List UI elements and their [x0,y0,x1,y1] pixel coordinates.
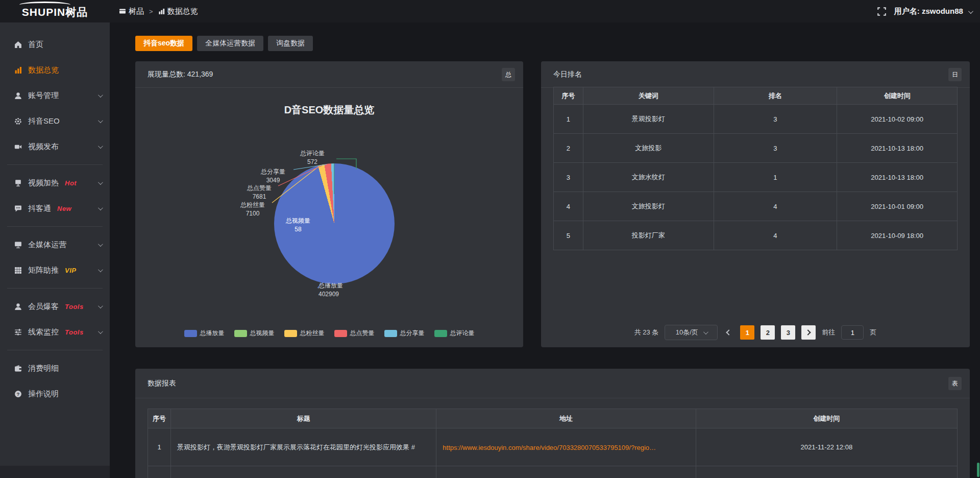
sidebar-item-lead-monitor[interactable]: 线索监控 Tools [0,319,110,345]
chevron-down-icon [98,92,103,98]
vip-badge: VIP [65,267,76,274]
legend-item-plays[interactable]: 总播放量 [184,329,225,338]
sidebar-collapse-bar[interactable] [0,466,110,478]
legend-item-fans[interactable]: 总粉丝量 [284,329,325,338]
sidebar-item-consumption[interactable]: 消费明细 [0,355,110,381]
tab-douyin-seo-data[interactable]: 抖音seo数据 [135,36,192,51]
ranking-panel: 今日排名 日 序号 关键词 排名 创建时间 1景观投影灯32021-10-02 … [541,61,970,347]
sidebar-item-video-publish[interactable]: 视频发布 [0,134,110,159]
logo-arc [19,2,70,8]
table-row: 1 景观投影灯，夜游景观投影灯厂家展示展示落花灯在花园里的灯光投影应用效果 # … [148,428,958,466]
chevron-down-icon [98,329,103,334]
grid-icon [14,267,22,274]
legend-item-comments[interactable]: 总评论量 [434,329,475,338]
video-camera-icon [14,143,22,151]
video-url-link[interactable]: https://www.iesdouyin.com/share/video/70… [443,444,656,451]
table-row: 3文旅水纹灯12021-10-13 18:00 [554,163,958,192]
sidebar-item-help[interactable]: ? 操作说明 [0,381,110,407]
legend-item-shares[interactable]: 总分享量 [384,329,425,338]
day-badge-button[interactable]: 日 [948,68,962,81]
page-button-3[interactable]: 3 [781,325,795,340]
tab-media-ops-data[interactable]: 全媒体运营数据 [197,36,263,51]
fullscreen-icon[interactable] [877,7,886,16]
table-header-row: 序号 标题 地址 创建时间 [148,409,958,428]
chevron-down-icon [98,118,103,123]
breadcrumb-root[interactable]: 树品 [119,7,144,16]
sidebar: 首页 数据总览 账号管理 抖音SEO 视频发布 视频加热 Hot 抖客通 New… [0,22,110,478]
impressions-total-label: 展现量总数: 421,369 [148,70,213,79]
chat-bubble-icon [14,205,22,212]
pie-label-likes: 总点赞量7681 [236,184,282,201]
chevron-down-icon [968,9,973,14]
sidebar-item-account[interactable]: 账号管理 [0,83,110,108]
sidebar-item-data-overview[interactable]: 数据总览 [0,57,110,83]
top-bar: SHUPIN树品 树品 > 数据总览 用户名: zswodun88 [0,0,980,22]
next-page-button[interactable] [801,325,816,340]
chevron-left-icon [726,329,732,335]
table-header-row: 序号 关键词 排名 创建时间 [554,87,958,105]
sidebar-divider [7,350,103,350]
sidebar-divider [7,164,103,165]
page-button-2[interactable]: 2 [761,325,775,340]
sidebar-item-video-heat[interactable]: 视频加热 Hot [0,170,110,196]
monitor-icon [14,241,22,249]
tools-badge: Tools [65,328,84,336]
legend-item-videos[interactable]: 总视频量 [234,329,275,338]
tools-badge: Tools [65,303,84,310]
sidebar-item-douyin-seo[interactable]: 抖音SEO [0,108,110,134]
breadcrumb-current: 数据总览 [158,7,198,16]
question-icon: ? [14,390,22,398]
app-logo: SHUPIN树品 [0,0,110,22]
table-row: 1景观投影灯32021-10-02 09:00 [554,105,958,134]
main-content: 抖音seo数据 全媒体运营数据 询盘数据 展现量总数: 421,369 总 D音… [110,22,980,478]
page-unit-label: 页 [870,328,876,337]
data-tabs: 抖音seo数据 全媒体运营数据 询盘数据 [135,36,313,51]
table-row-partial [148,466,958,478]
chevron-down-icon [98,267,103,272]
table-row: 5投影灯厂家42021-10-09 18:00 [554,221,958,250]
sidebar-item-member-burst[interactable]: 会员爆客 Tools [0,294,110,319]
pie-label-comments: 总评论量572 [289,149,335,166]
wallet-icon [14,365,22,372]
sidebar-item-douketong[interactable]: 抖客通 New [0,196,110,221]
report-table: 序号 标题 地址 创建时间 1 景观投影灯，夜游景观投影灯厂家展示展示落花灯在花… [148,409,958,478]
prev-page-button[interactable] [724,325,734,340]
table-badge-button[interactable]: 表 [948,377,962,390]
breadcrumb-separator: > [149,8,153,15]
legend-item-likes[interactable]: 总点赞量 [334,329,375,338]
tab-inquiry-data[interactable]: 询盘数据 [268,36,313,51]
pie-label-shares: 总分享量3049 [250,168,296,185]
chevron-right-icon [805,329,811,335]
pagination-total: 共 23 条 [634,328,659,337]
pie-label-videos: 总视频量58 [275,217,321,234]
video-title-cell: 景观投影灯，夜游景观投影灯厂家展示展示落花灯在花园里的灯光投影应用效果 # [171,428,436,466]
table-row: 4文旅投影灯42021-10-01 09:00 [554,192,958,221]
report-title: 数据报表 [148,379,176,388]
chart-title: D音SEO数据量总览 [135,103,523,117]
sidebar-item-home[interactable]: 首页 [0,32,110,57]
report-panel: 数据报表 表 序号 标题 地址 创建时间 1 景观投影灯，夜游景观投影灯厂家展示… [135,369,970,478]
report-panel-header: 数据报表 表 [135,369,970,398]
sidebar-item-matrix-boost[interactable]: 矩阵助推 VIP [0,257,110,283]
user-dropdown[interactable]: 用户名: zswodun88 [894,7,972,16]
chevron-down-icon [98,144,103,149]
overview-panel: 展现量总数: 421,369 总 D音SEO数据量总览 总评论量572 总分享量… [135,61,523,347]
goto-page-input[interactable] [841,325,864,340]
page-button-1[interactable]: 1 [740,325,754,340]
ranking-panel-header: 今日排名 日 [541,61,970,88]
sliders-icon [14,328,22,336]
hot-badge: Hot [65,179,77,187]
user-icon [14,303,22,310]
sidebar-item-media-ops[interactable]: 全媒体运营 [0,232,110,257]
table-row: 2文旅投影32021-10-13 18:00 [554,134,958,163]
chevron-down-icon [98,242,103,247]
sidebar-divider [7,226,103,227]
page-size-select[interactable]: 10条/页 [665,325,718,340]
svg-text:?: ? [17,391,20,396]
pie-label-fans: 总粉丝量7100 [230,201,276,218]
total-badge-button[interactable]: 总 [502,68,515,81]
app-window-icon [119,8,126,15]
scrollbar-thumb[interactable] [977,463,979,477]
chevron-down-icon [98,205,103,210]
overview-panel-header: 展现量总数: 421,369 总 [135,61,523,88]
